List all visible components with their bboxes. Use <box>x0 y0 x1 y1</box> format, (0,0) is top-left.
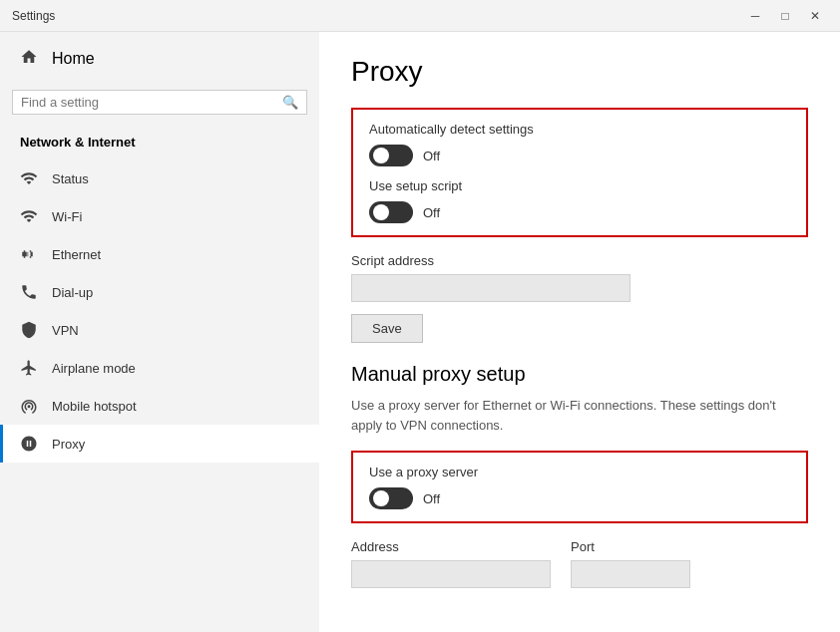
app-body: Home 🔍 Network & Internet Status Wi-Fi <box>0 32 840 632</box>
setup-script-state: Off <box>423 205 440 220</box>
use-proxy-toggle-row: Off <box>369 487 790 509</box>
setup-script-toggle-thumb <box>373 204 389 220</box>
manual-proxy-title: Manual proxy setup <box>351 363 808 386</box>
automatic-proxy-section: Automatically detect settings Off Use se… <box>351 108 808 237</box>
proxy-label: Proxy <box>52 437 85 452</box>
hotspot-label: Mobile hotspot <box>52 399 137 414</box>
sidebar-item-wifi[interactable]: Wi-Fi <box>0 197 319 235</box>
wifi-label: Wi-Fi <box>52 209 82 224</box>
setup-script-toggle-track <box>369 201 413 223</box>
sidebar-item-home[interactable]: Home <box>0 32 319 86</box>
sidebar-section-label: Network & Internet <box>0 127 319 159</box>
manual-proxy-description: Use a proxy server for Ethernet or Wi-Fi… <box>351 396 808 435</box>
auto-detect-toggle-thumb <box>373 148 389 163</box>
search-input[interactable] <box>21 95 282 110</box>
airplane-icon <box>20 359 38 377</box>
title-bar: Settings ─ □ ✕ <box>0 0 840 32</box>
ethernet-icon <box>20 245 38 263</box>
status-icon <box>20 169 38 187</box>
sidebar-item-proxy[interactable]: Proxy <box>0 425 319 463</box>
maximize-button[interactable]: □ <box>772 6 798 26</box>
auto-detect-toggle[interactable] <box>369 145 413 166</box>
sidebar-item-status[interactable]: Status <box>0 159 319 197</box>
search-icon: 🔍 <box>282 95 298 110</box>
home-label: Home <box>52 50 95 68</box>
use-proxy-state: Off <box>423 491 440 506</box>
script-address-label: Script address <box>351 253 808 268</box>
sidebar-item-hotspot[interactable]: Mobile hotspot <box>0 387 319 425</box>
save-button[interactable]: Save <box>351 314 423 343</box>
close-button[interactable]: ✕ <box>802 6 828 26</box>
window-controls: ─ □ ✕ <box>742 6 828 26</box>
use-proxy-toggle-thumb <box>373 490 389 506</box>
setup-script-label: Use setup script <box>369 178 790 193</box>
minimize-button[interactable]: ─ <box>742 6 768 26</box>
search-box[interactable]: 🔍 <box>12 90 307 115</box>
page-title: Proxy <box>351 56 808 88</box>
use-proxy-section: Use a proxy server Off <box>351 451 808 523</box>
sidebar-item-dialup[interactable]: Dial-up <box>0 273 319 311</box>
setup-script-toggle-row: Off <box>369 201 790 223</box>
hotspot-icon <box>20 397 38 415</box>
sidebar: Home 🔍 Network & Internet Status Wi-Fi <box>0 32 319 632</box>
address-group: Address <box>351 539 551 600</box>
auto-detect-toggle-track <box>369 145 413 166</box>
auto-detect-label: Automatically detect settings <box>369 122 790 137</box>
ethernet-label: Ethernet <box>52 247 101 262</box>
vpn-label: VPN <box>52 323 79 338</box>
dialup-label: Dial-up <box>52 285 93 300</box>
wifi-icon <box>20 207 38 225</box>
content-area: Proxy Automatically detect settings Off … <box>319 32 840 632</box>
sidebar-item-airplane[interactable]: Airplane mode <box>0 349 319 387</box>
app-title: Settings <box>12 9 55 23</box>
use-proxy-toggle[interactable] <box>369 487 413 509</box>
airplane-label: Airplane mode <box>52 361 136 376</box>
vpn-icon <box>20 321 38 339</box>
setup-script-toggle[interactable] <box>369 201 413 223</box>
status-label: Status <box>52 171 89 186</box>
sidebar-item-vpn[interactable]: VPN <box>0 311 319 349</box>
auto-detect-state: Off <box>423 149 440 163</box>
use-proxy-label: Use a proxy server <box>369 465 790 479</box>
address-label: Address <box>351 539 551 554</box>
script-address-input[interactable] <box>351 274 630 302</box>
auto-detect-toggle-row: Off <box>369 145 790 166</box>
port-label: Port <box>571 539 690 554</box>
dialup-icon <box>20 283 38 301</box>
port-input[interactable] <box>571 560 690 588</box>
address-input[interactable] <box>351 560 551 588</box>
address-port-row: Address Port <box>351 539 808 600</box>
home-icon <box>20 48 38 70</box>
sidebar-item-ethernet[interactable]: Ethernet <box>0 235 319 273</box>
proxy-icon <box>20 435 38 453</box>
port-group: Port <box>571 539 690 600</box>
use-proxy-toggle-track <box>369 487 413 509</box>
